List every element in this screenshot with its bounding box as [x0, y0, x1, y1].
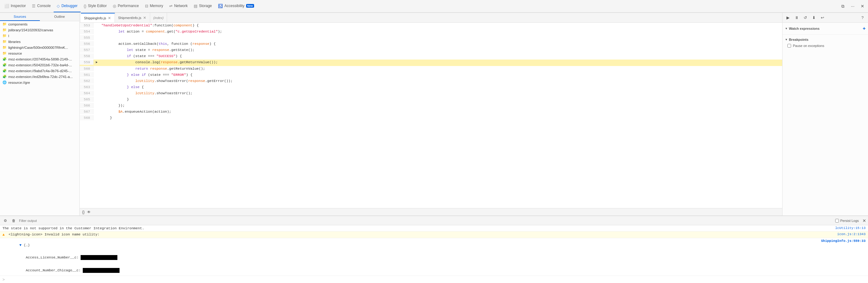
responsive-design-button[interactable]: ⧉ — [839, 2, 847, 10]
line-num-554: 554 — [80, 29, 93, 34]
debugger-icon: ◇ — [57, 4, 60, 8]
console-source-0[interactable]: lcUtility:15:13 — [835, 226, 866, 230]
line-content-563: } else { — [100, 84, 782, 90]
obj-key-0: Access_License_Number__c: — [26, 255, 79, 259]
step-over-button[interactable]: ↺ — [802, 14, 809, 22]
line-num-553: 553 — [80, 23, 93, 28]
pause-on-exceptions-row: Pause on exceptions — [785, 43, 866, 49]
network-icon: ⇌ — [169, 4, 173, 8]
persist-logs-checkbox[interactable] — [835, 219, 839, 223]
breakpoints-toggle-icon: ▼ — [785, 38, 788, 41]
code-container[interactable]: 553 "handleGetUpsCredential":function(co… — [80, 23, 782, 208]
editor-tab-shipment[interactable]: ShipmentInfo.js ✕ — [115, 13, 150, 22]
tab-debugger[interactable]: ◇ Debugger — [54, 0, 81, 12]
sidebar-item-moz-ext-1[interactable]: 🧩 moz-extension://2074054a-5898-2149-... — [0, 56, 80, 62]
redacted-value-0 — [81, 255, 117, 260]
tab-network[interactable]: ⇌ Network — [166, 0, 191, 12]
editor-tab-shipment-label: ShipmentInfo.js — [118, 16, 141, 20]
console-filter-icon[interactable]: ⚙ — [2, 217, 8, 224]
line-content-558: if (state === "SUCCESS") { — [100, 53, 782, 59]
tab-inspector[interactable]: ⬜ Inspector — [1, 0, 29, 12]
step-out-button[interactable]: ↩ — [819, 14, 826, 22]
editor-tab-shipment-close[interactable]: ✕ — [143, 16, 147, 20]
add-watch-expression-button[interactable]: + — [863, 26, 866, 31]
tab-console[interactable]: ☰ Console — [29, 0, 54, 12]
editor-area: ShippingInfo.js ✕ ShipmentInfo.js ✕ (ind… — [80, 13, 782, 216]
editor-tab-index[interactable]: (index) — [150, 13, 167, 22]
tab-console-label: Console — [37, 4, 51, 8]
sidebar-item-resource-gre[interactable]: 🌐 resource://gre — [0, 80, 80, 85]
line-num-560: 560 — [80, 66, 93, 71]
close-devtools-button[interactable]: ✕ — [858, 2, 867, 10]
editor-tab-shipping-close[interactable]: ✕ — [107, 16, 112, 20]
console-source-2[interactable]: ShippingInfo.js:559:33 — [821, 239, 866, 243]
resume-button[interactable]: ▶ — [784, 14, 792, 22]
toolbar-right: ⧉ ··· ✕ — [839, 2, 867, 10]
sidebar-item-lightning[interactable]: 📁 lightning/r/Case/500m0000007RfmK... — [0, 45, 80, 50]
console-clear-icon[interactable]: 🗑 — [10, 217, 17, 224]
sidebar-item-components[interactable]: 📁 components — [0, 21, 80, 27]
line-content-561: } else if (state === "ERROR") { — [100, 72, 782, 77]
performance-icon: ◎ — [113, 4, 116, 8]
folder-icon: 📁 — [2, 39, 7, 44]
line-num-557: 557 — [80, 47, 93, 53]
code-line-559: 559 ➤ console.log(response.getReturnValu… — [80, 60, 782, 66]
close-console-button[interactable]: ✕ — [863, 218, 866, 223]
watch-expressions-header[interactable]: ▼ Watch expressions + — [785, 25, 866, 32]
line-content-562: lcUtility.showToastError(response.getErr… — [100, 78, 782, 84]
editor-tab-index-label: (index) — [153, 16, 164, 20]
obj-expand-icon[interactable]: ▼ — [19, 243, 24, 247]
blackbox-button[interactable]: 👁 — [87, 210, 91, 214]
tab-performance[interactable]: ◎ Performance — [110, 0, 142, 12]
console-toolbar: ⚙ 🗑 Persist Logs ✕ — [0, 216, 868, 225]
line-content-565: } — [100, 97, 782, 102]
line-content-560: return response.getReturnValue(); — [100, 66, 782, 71]
redacted-value-1 — [83, 268, 120, 273]
sidebar-item-resource[interactable]: 📁 resource — [0, 50, 80, 56]
pause-on-exceptions-checkbox[interactable] — [787, 44, 791, 48]
code-line-554: 554 let action = component.get("c.getUps… — [80, 29, 782, 35]
console-line-1: ▲ <lightning-icon> Invalid icon name uti… — [0, 231, 868, 238]
code-line-565: 565 } — [80, 97, 782, 103]
breakpoints-header[interactable]: ▼ Breakpoints — [785, 36, 866, 43]
tab-memory[interactable]: ⊟ Memory — [142, 0, 166, 12]
sidebar-tab-sources[interactable]: Sources — [0, 13, 40, 21]
sidebar-tab-outline[interactable]: Outline — [40, 13, 80, 21]
tab-accessibility-label: Accessibility — [224, 4, 244, 8]
code-line-568: 568 } — [80, 115, 782, 121]
filter-input[interactable] — [19, 219, 833, 223]
overflow-menu-button[interactable]: ··· — [848, 2, 857, 10]
help-button[interactable]: ? — [859, 14, 866, 22]
sidebar-item-libraries[interactable]: 📁 libraries — [0, 39, 80, 45]
breakpoints-section: ▼ Breakpoints Pause on exceptions — [782, 34, 868, 51]
line-num-568: 568 — [80, 115, 93, 120]
code-line-567: 567 $A.enqueueAction(action); — [80, 109, 782, 115]
sidebar-item-l[interactable]: 📁 l — [0, 33, 80, 39]
line-content-564: lcUtility.showToastError(); — [100, 90, 782, 96]
devtools-toolbar: ⬜ Inspector ☰ Console ◇ Debugger {} Styl… — [0, 0, 868, 13]
tab-style-editor[interactable]: {} Style Editor — [81, 0, 110, 12]
tab-storage[interactable]: ▤ Storage — [191, 0, 215, 12]
sidebar-item-moz-ext-4[interactable]: 🧩 moz-extension://ed2b6fea-72dc-2741-a..… — [0, 74, 80, 80]
editor-tab-shipping[interactable]: ShippingInfo.js ✕ — [81, 13, 115, 22]
code-line-563: 563 } else { — [80, 84, 782, 90]
line-content-567: $A.enqueueAction(action); — [100, 109, 782, 114]
right-panel: ▶ ⏸ ↺ ⬇ ↩ ? ▼ Watch expressions + ▼ Brea… — [782, 13, 868, 216]
sidebar-item-moz-ext-2[interactable]: 🧩 moz-extension://504201b6-732e-ba4d-... — [0, 62, 80, 68]
pause-button[interactable]: ⏸ — [793, 14, 800, 22]
sidebar-item-jslibrary[interactable]: 📁 jslibrary/1541020932/canvas — [0, 27, 80, 33]
tab-memory-label: Memory — [150, 4, 163, 8]
console-source-1[interactable]: icon.js:2:1343 — [837, 232, 866, 236]
tab-accessibility[interactable]: ♿ Accessibility New — [215, 0, 257, 12]
line-num-563: 563 — [80, 84, 93, 90]
line-content-554: let action = component.get("c.getUpsCred… — [100, 29, 782, 34]
line-content-556: action.setCallback(this, function (respo… — [100, 41, 782, 46]
pretty-print-button[interactable]: {} — [82, 210, 85, 214]
line-num-559: 559 — [80, 60, 93, 65]
sidebar-item-moz-ext-3[interactable]: 🧩 moz-extension://9abd7c4a-0b76-d245-... — [0, 68, 80, 74]
tab-performance-label: Performance — [118, 4, 139, 8]
line-content-555 — [100, 35, 782, 40]
line-num-556: 556 — [80, 41, 93, 46]
folder-icon: 📁 — [2, 28, 7, 32]
step-in-button[interactable]: ⬇ — [810, 14, 817, 22]
